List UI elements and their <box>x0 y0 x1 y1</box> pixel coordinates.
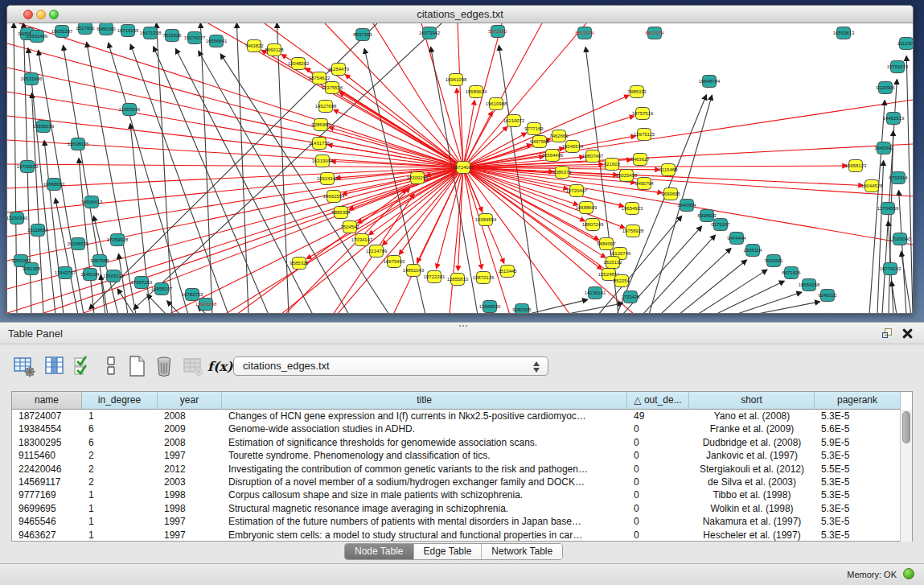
network-node[interactable]: 2935114 <box>744 245 763 257</box>
table-cell[interactable]: 1998 <box>158 502 222 515</box>
table-cell[interactable]: Investigating the contribution of common… <box>222 463 627 476</box>
network-node[interactable]: 15116654 <box>27 225 49 237</box>
table-cell[interactable]: 1998 <box>158 488 222 501</box>
table-cell[interactable]: Changes of HCN gene expression and I(f) … <box>222 410 627 422</box>
vertical-scrollbar[interactable] <box>900 410 912 542</box>
network-window[interactable]: citations_edges.txt 94055742769140610655… <box>6 5 914 314</box>
table-cell[interactable]: 5.3E-5 <box>815 515 901 528</box>
table-cell[interactable]: 2003 <box>158 476 222 488</box>
network-node[interactable]: 16906413 <box>81 196 103 208</box>
table-cell[interactable]: 2012 <box>158 463 222 476</box>
table-cell[interactable]: Tibbo et al. (1998) <box>689 488 815 501</box>
network-node[interactable]: 9684067 <box>597 238 616 250</box>
table-cell[interactable]: 2 <box>82 449 158 462</box>
table-row[interactable]: 1938455462009Genome-wide association stu… <box>12 422 901 435</box>
float-panel-icon[interactable] <box>882 328 893 340</box>
network-window-titlebar[interactable]: citations_edges.txt <box>7 6 913 23</box>
network-canvas[interactable]: 9405574276914061065528715276026466160107… <box>7 23 913 313</box>
table-cell[interactable]: 1997 <box>158 449 222 462</box>
network-node[interactable]: 16961098 <box>446 74 467 86</box>
network-node[interactable]: 9777169 <box>524 123 544 135</box>
table-cell[interactable]: 5.9E-5 <box>815 436 901 449</box>
table-cell[interactable]: 0 <box>627 463 689 476</box>
network-node[interactable]: 16973942 <box>419 27 441 39</box>
table-cell[interactable]: Corpus callosum shape and size in male p… <box>222 488 627 501</box>
network-node[interactable]: 15720407 <box>566 185 588 197</box>
network-node[interactable]: 10025458 <box>616 170 638 182</box>
table-cell[interactable]: Nakamura et al. (1997) <box>689 515 815 528</box>
table-cell[interactable]: Estimation of significance thresholds fo… <box>222 436 627 449</box>
table-cell[interactable]: Yano et al. (2008) <box>689 410 815 422</box>
table-cell[interactable]: Estimation of the future numbers of pati… <box>222 515 627 528</box>
table-cell[interactable]: 5.3E-5 <box>815 410 901 422</box>
network-node[interactable]: 10655287 <box>51 26 73 38</box>
table-cell[interactable]: 6 <box>82 422 158 435</box>
table-cell[interactable]: 1 <box>82 515 158 528</box>
network-node[interactable]: 7485033 <box>627 86 647 98</box>
table-cell[interactable]: 49 <box>627 410 689 422</box>
table-cell[interactable]: 9465546 <box>12 515 82 528</box>
network-node[interactable]: 12214789 <box>366 245 388 257</box>
network-node[interactable]: 18807249 <box>582 219 604 231</box>
network-node[interactable]: 15751074 <box>887 61 909 73</box>
table-row[interactable]: 946554611997Estimation of the future num… <box>12 515 901 528</box>
select-all-icon[interactable] <box>72 355 95 377</box>
network-node[interactable]: 18757516 <box>632 108 654 120</box>
table-cell[interactable]: 0 <box>627 515 689 528</box>
network-node[interactable]: 9885354 <box>331 207 351 219</box>
network-node[interactable]: 12608025 <box>68 138 89 150</box>
table-cell[interactable]: 2 <box>82 476 158 488</box>
column-header-name[interactable]: name <box>12 392 82 410</box>
network-node[interactable]: 8471626 <box>782 267 801 279</box>
table-cell[interactable]: Genome-wide association studies in ADHD. <box>222 422 627 435</box>
close-panel-icon[interactable] <box>902 328 913 339</box>
network-node[interactable]: 9699695 <box>661 188 680 200</box>
table-cell[interactable]: 2009 <box>158 422 222 435</box>
table-cell[interactable]: 0 <box>627 502 689 515</box>
network-node[interactable]: 621603 <box>604 159 621 171</box>
network-node[interactable]: 13942757 <box>55 267 76 279</box>
network-node[interactable]: 16958107 <box>151 283 173 295</box>
network-node[interactable]: 7524542 <box>340 221 359 233</box>
network-node[interactable]: 1640954 <box>677 200 696 212</box>
clear-selection-icon[interactable] <box>100 355 122 377</box>
network-node[interactable]: 1527602 <box>76 23 95 35</box>
table-cell[interactable]: 9115460 <box>12 449 82 462</box>
network-node[interactable]: 14527698 <box>315 101 337 113</box>
table-row[interactable]: 1456911722003Disruption of a novel membe… <box>12 476 901 488</box>
network-node[interactable]: 1513445 <box>498 266 517 278</box>
table-cell[interactable]: 1997 <box>158 529 222 542</box>
table-cell[interactable]: Hescheler et al. (1997) <box>689 529 815 542</box>
table-settings-icon[interactable] <box>13 355 35 377</box>
delete-table-icon[interactable] <box>153 355 175 377</box>
table-cell[interactable]: 2 <box>82 463 158 476</box>
network-node[interactable]: 852254 <box>614 275 630 287</box>
network-node[interactable]: 7515526 <box>162 30 182 42</box>
table-cell[interactable]: 5.3E-5 <box>815 488 901 501</box>
network-node[interactable]: 6466160 <box>97 23 116 35</box>
table-cell[interactable]: 2008 <box>158 410 222 422</box>
new-table-icon[interactable] <box>125 355 148 377</box>
table-cell[interactable]: 9777169 <box>12 488 82 501</box>
network-node[interactable]: 14452519 <box>883 113 905 125</box>
network-node[interactable]: 12048202 <box>288 58 310 70</box>
table-row[interactable]: 969969511998Structural magnetic resonanc… <box>12 502 901 515</box>
network-node[interactable]: 13260340 <box>7 212 28 225</box>
table-cell[interactable]: 1 <box>82 529 158 542</box>
table-cell[interactable]: 5.3E-5 <box>815 449 901 462</box>
table-cell[interactable]: 1 <box>82 502 158 515</box>
column-header-short[interactable]: short <box>689 392 815 410</box>
table-cell[interactable]: 5.3E-5 <box>815 502 901 515</box>
table-cell[interactable]: Structural magnetic resonance image aver… <box>222 502 627 515</box>
table-cell[interactable]: 9463627 <box>12 529 82 542</box>
network-node[interactable]: 8813074 <box>575 27 594 39</box>
tab-network-table[interactable]: Network Table <box>482 544 562 559</box>
network-node[interactable]: 16774243 <box>880 263 901 275</box>
network-node[interactable]: 10654158 <box>799 279 820 291</box>
network-node[interactable]: 10924346 <box>317 173 339 185</box>
network-node[interactable]: 5572302 <box>488 26 507 38</box>
network-node[interactable]: 14136141 <box>585 287 606 299</box>
table-row[interactable]: 1872400712008Changes of HCN gene express… <box>12 410 901 422</box>
network-node[interactable]: 17957253 <box>131 277 153 289</box>
network-node[interactable]: 16044528 <box>861 180 883 192</box>
